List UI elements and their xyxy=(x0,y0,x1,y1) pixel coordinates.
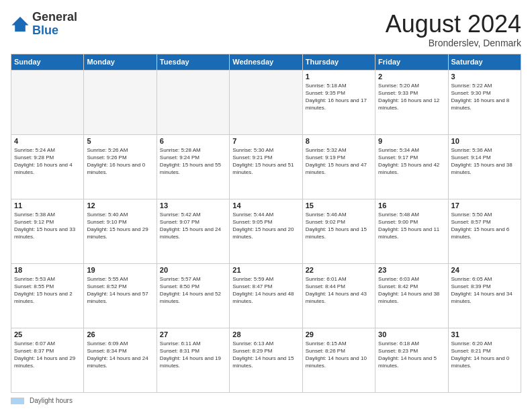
calendar-cell: 26Sunrise: 6:09 AMSunset: 8:34 PMDayligh… xyxy=(84,328,157,392)
day-info: Sunrise: 6:09 AMSunset: 8:34 PMDaylight:… xyxy=(87,340,153,370)
day-number: 30 xyxy=(378,330,445,338)
day-info: Sunrise: 6:13 AMSunset: 8:29 PMDaylight:… xyxy=(232,340,299,370)
day-number: 5 xyxy=(87,137,153,145)
calendar-cell: 19Sunrise: 5:55 AMSunset: 8:52 PMDayligh… xyxy=(84,263,157,328)
col-thursday: Thursday xyxy=(302,54,375,70)
calendar-cell: 22Sunrise: 6:01 AMSunset: 8:44 PMDayligh… xyxy=(302,263,375,328)
calendar-cell: 4Sunrise: 5:24 AMSunset: 9:28 PMDaylight… xyxy=(11,134,84,199)
day-number: 16 xyxy=(378,201,445,210)
day-number: 25 xyxy=(14,330,81,338)
day-number: 4 xyxy=(14,137,81,145)
day-info: Sunrise: 6:18 AMSunset: 8:23 PMDaylight:… xyxy=(378,340,445,370)
col-friday: Friday xyxy=(375,54,448,70)
day-info: Sunrise: 5:28 AMSunset: 9:24 PMDaylight:… xyxy=(160,146,226,177)
calendar-week-1: 4Sunrise: 5:24 AMSunset: 9:28 PMDaylight… xyxy=(11,134,521,199)
calendar-cell: 27Sunrise: 6:11 AMSunset: 8:31 PMDayligh… xyxy=(157,328,229,392)
day-number: 15 xyxy=(306,201,372,210)
day-info: Sunrise: 5:55 AMSunset: 8:52 PMDaylight:… xyxy=(87,275,153,306)
day-number: 29 xyxy=(306,330,372,338)
logo: General Blue xyxy=(11,11,77,38)
calendar-cell: 3Sunrise: 5:22 AMSunset: 9:30 PMDaylight… xyxy=(448,70,521,134)
day-number: 8 xyxy=(306,137,372,145)
day-number: 24 xyxy=(451,266,518,274)
day-info: Sunrise: 5:26 AMSunset: 9:26 PMDaylight:… xyxy=(87,146,153,177)
calendar-cell: 30Sunrise: 6:18 AMSunset: 8:23 PMDayligh… xyxy=(375,328,448,392)
col-sunday: Sunday xyxy=(11,54,84,70)
day-info: Sunrise: 6:03 AMSunset: 8:42 PMDaylight:… xyxy=(378,275,445,306)
day-number: 18 xyxy=(14,266,81,274)
day-info: Sunrise: 5:36 AMSunset: 9:14 PMDaylight:… xyxy=(451,146,518,177)
calendar-cell: 10Sunrise: 5:36 AMSunset: 9:14 PMDayligh… xyxy=(448,134,521,199)
day-number: 14 xyxy=(232,201,299,210)
calendar-cell: 1Sunrise: 5:18 AMSunset: 9:35 PMDaylight… xyxy=(302,70,375,134)
day-number: 20 xyxy=(160,266,226,274)
calendar-cell xyxy=(230,70,302,134)
day-number: 17 xyxy=(451,201,518,210)
calendar-cell: 14Sunrise: 5:44 AMSunset: 9:05 PMDayligh… xyxy=(230,199,302,263)
calendar-cell: 8Sunrise: 5:32 AMSunset: 9:19 PMDaylight… xyxy=(302,134,375,199)
calendar-week-3: 18Sunrise: 5:53 AMSunset: 8:55 PMDayligh… xyxy=(11,263,521,328)
calendar-cell: 21Sunrise: 5:59 AMSunset: 8:47 PMDayligh… xyxy=(230,263,302,328)
day-info: Sunrise: 5:40 AMSunset: 9:10 PMDaylight:… xyxy=(87,211,153,241)
day-info: Sunrise: 6:01 AMSunset: 8:44 PMDaylight:… xyxy=(306,275,372,306)
calendar-cell: 13Sunrise: 5:42 AMSunset: 9:07 PMDayligh… xyxy=(157,199,229,263)
day-info: Sunrise: 5:57 AMSunset: 8:50 PMDaylight:… xyxy=(160,275,226,306)
title-month: August 2024 xyxy=(386,11,521,38)
day-number: 1 xyxy=(306,73,372,81)
calendar-cell: 31Sunrise: 6:20 AMSunset: 8:21 PMDayligh… xyxy=(448,328,521,392)
calendar-cell: 23Sunrise: 6:03 AMSunset: 8:42 PMDayligh… xyxy=(375,263,448,328)
day-info: Sunrise: 5:48 AMSunset: 9:00 PMDaylight:… xyxy=(378,211,445,241)
day-info: Sunrise: 6:15 AMSunset: 8:26 PMDaylight:… xyxy=(306,340,372,370)
day-info: Sunrise: 5:38 AMSunset: 9:12 PMDaylight:… xyxy=(14,211,81,241)
day-number: 9 xyxy=(378,137,445,145)
calendar-cell: 25Sunrise: 6:07 AMSunset: 8:37 PMDayligh… xyxy=(11,328,84,392)
logo-blue: Blue xyxy=(32,24,58,37)
calendar-cell: 15Sunrise: 5:46 AMSunset: 9:02 PMDayligh… xyxy=(302,199,375,263)
day-info: Sunrise: 5:22 AMSunset: 9:30 PMDaylight:… xyxy=(451,82,518,112)
calendar-cell: 5Sunrise: 5:26 AMSunset: 9:26 PMDaylight… xyxy=(84,134,157,199)
day-number: 11 xyxy=(14,201,81,210)
col-wednesday: Wednesday xyxy=(230,54,302,70)
col-tuesday: Tuesday xyxy=(157,54,229,70)
day-number: 22 xyxy=(306,266,372,274)
day-info: Sunrise: 6:20 AMSunset: 8:21 PMDaylight:… xyxy=(451,340,518,370)
calendar-cell: 16Sunrise: 5:48 AMSunset: 9:00 PMDayligh… xyxy=(375,199,448,263)
day-number: 13 xyxy=(160,201,226,210)
day-info: Sunrise: 6:11 AMSunset: 8:31 PMDaylight:… xyxy=(160,340,226,370)
calendar-week-4: 25Sunrise: 6:07 AMSunset: 8:37 PMDayligh… xyxy=(11,328,521,392)
day-info: Sunrise: 5:18 AMSunset: 9:35 PMDaylight:… xyxy=(306,82,372,112)
logo-icon xyxy=(11,15,30,34)
day-number: 2 xyxy=(378,73,445,81)
day-number: 19 xyxy=(87,266,153,274)
calendar-cell xyxy=(11,70,84,134)
daylight-swatch xyxy=(11,398,24,404)
calendar-table: Sunday Monday Tuesday Wednesday Thursday… xyxy=(11,54,521,393)
day-number: 26 xyxy=(87,330,153,338)
day-info: Sunrise: 5:30 AMSunset: 9:21 PMDaylight:… xyxy=(232,146,299,177)
col-monday: Monday xyxy=(84,54,157,70)
page: General Blue August 2024 Bronderslev, De… xyxy=(0,0,532,411)
day-number: 27 xyxy=(160,330,226,338)
col-saturday: Saturday xyxy=(448,54,521,70)
daylight-label: Daylight hours xyxy=(30,397,73,404)
calendar-cell: 9Sunrise: 5:34 AMSunset: 9:17 PMDaylight… xyxy=(375,134,448,199)
day-info: Sunrise: 5:34 AMSunset: 9:17 PMDaylight:… xyxy=(378,146,445,177)
day-info: Sunrise: 5:32 AMSunset: 9:19 PMDaylight:… xyxy=(306,146,372,177)
day-number: 6 xyxy=(160,137,226,145)
calendar-week-2: 11Sunrise: 5:38 AMSunset: 9:12 PMDayligh… xyxy=(11,199,521,263)
calendar-cell: 7Sunrise: 5:30 AMSunset: 9:21 PMDaylight… xyxy=(230,134,302,199)
day-info: Sunrise: 5:53 AMSunset: 8:55 PMDaylight:… xyxy=(14,275,81,306)
header: General Blue August 2024 Bronderslev, De… xyxy=(11,11,521,48)
day-number: 28 xyxy=(232,330,299,338)
day-info: Sunrise: 5:59 AMSunset: 8:47 PMDaylight:… xyxy=(232,275,299,306)
day-info: Sunrise: 6:05 AMSunset: 8:39 PMDaylight:… xyxy=(451,275,518,306)
day-number: 7 xyxy=(232,137,299,145)
svg-marker-1 xyxy=(12,17,29,26)
day-info: Sunrise: 5:44 AMSunset: 9:05 PMDaylight:… xyxy=(232,211,299,241)
calendar-header-row: Sunday Monday Tuesday Wednesday Thursday… xyxy=(11,54,521,70)
calendar-cell xyxy=(84,70,157,134)
day-number: 3 xyxy=(451,73,518,81)
calendar-cell: 24Sunrise: 6:05 AMSunset: 8:39 PMDayligh… xyxy=(448,263,521,328)
footer: Daylight hours xyxy=(11,397,521,404)
calendar-cell: 2Sunrise: 5:20 AMSunset: 9:33 PMDaylight… xyxy=(375,70,448,134)
